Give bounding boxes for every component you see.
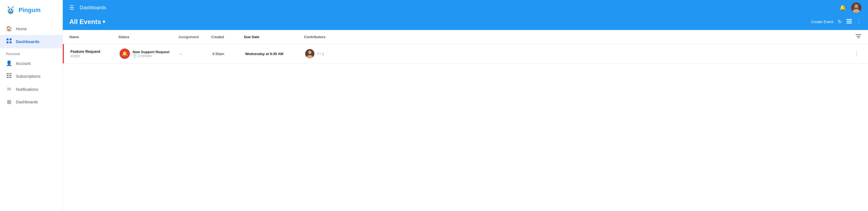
list-view-icon[interactable] [846, 18, 852, 26]
svg-rect-29 [846, 21, 852, 22]
table-header: Name Status Assignment Created Due Date … [63, 30, 868, 44]
subscriptions-icon [6, 73, 12, 80]
header-title: Dashboards [80, 5, 835, 11]
content-area: Name Status Assignment Created Due Date … [63, 30, 868, 211]
row-contributors-cell: 🏷 1 [305, 49, 851, 58]
status-name-label: New Support Request [133, 50, 169, 54]
table-wrapper: Name Status Assignment Created Due Date … [63, 30, 868, 64]
svg-rect-30 [846, 23, 852, 24]
status-bell-icon: 🔔 [120, 48, 130, 59]
tag-icon: 🏷 [317, 51, 321, 56]
svg-rect-19 [6, 75, 9, 76]
col-header-name: Name [69, 35, 119, 39]
svg-point-26 [855, 6, 856, 6]
table-row[interactable]: Feature Request #1009 🔔 New Support Requ… [63, 44, 868, 64]
sidebar-item-subscriptions-label: Subscriptions [16, 74, 40, 78]
personal-section-label: Personal [0, 48, 63, 57]
svg-point-35 [308, 51, 311, 54]
dashboards2-icon: ▦ [6, 99, 12, 105]
row-feature-request: Feature Request [70, 49, 120, 54]
all-events-label: All Events [69, 18, 101, 26]
filter-icon[interactable] [856, 34, 862, 40]
all-events-button[interactable]: All Events ▾ [69, 18, 105, 26]
svg-point-9 [12, 9, 12, 9]
clock-icon: 🕐 [133, 54, 137, 58]
sidebar-navigation: 🏠 Home Dashboards Personal 👤 Account [0, 20, 63, 211]
svg-rect-15 [6, 41, 8, 43]
sidebar-item-home[interactable]: 🏠 Home [0, 22, 63, 35]
svg-point-11 [9, 13, 11, 14]
col-header-assignment: Assignment [179, 35, 211, 39]
col-header-contributors: Contributors [304, 35, 856, 39]
row-status-cell: 🔔 New Support Request 🕐 2 minutes [120, 48, 180, 59]
col-header-status: Status [119, 35, 179, 39]
sidebar-item-notifications-label: Notifications [16, 87, 38, 92]
svg-point-27 [857, 6, 858, 6]
svg-rect-14 [9, 38, 11, 40]
row-duedate-cell: Wednesday at 9:30 AM [245, 52, 305, 56]
svg-point-7 [11, 9, 12, 10]
create-event-button[interactable]: Create Event [811, 20, 833, 24]
sidebar-item-home-label: Home [16, 27, 27, 31]
top-header: ☰ Dashboards 🔔 [63, 0, 868, 15]
sub-header: All Events ▾ Create Event ↻ ⋮ [63, 15, 868, 30]
svg-rect-21 [6, 77, 9, 78]
sidebar-item-dashboards[interactable]: Dashboards [0, 35, 63, 48]
home-icon: 🏠 [6, 26, 12, 32]
main-content: ☰ Dashboards 🔔 All Events [63, 0, 868, 211]
dashboards-icon [6, 38, 12, 45]
sidebar-item-subscriptions[interactable]: Subscriptions [0, 70, 63, 83]
sidebar-item-account-label: Account [16, 61, 31, 66]
row-name-cell: Feature Request #1009 [70, 49, 120, 58]
svg-point-12 [11, 13, 12, 14]
contributor-count: 🏷 1 [317, 51, 324, 56]
sidebar-item-dashboards2[interactable]: ▦ Dashboards [0, 96, 63, 108]
contributor-avatar [305, 49, 314, 58]
col-header-created: Created [211, 35, 244, 39]
svg-rect-20 [9, 75, 11, 76]
svg-rect-16 [9, 41, 11, 43]
row-created-cell: 9:30am [212, 52, 245, 56]
status-time-label: 🕐 2 minutes [133, 54, 169, 58]
svg-point-6 [9, 9, 10, 10]
row-id: #1009 [70, 54, 120, 58]
logo-area: Pingum [0, 0, 63, 20]
svg-marker-2 [12, 6, 14, 8]
sidebar-item-dashboards2-label: Dashboards [16, 100, 38, 104]
notifications-icon: ✉ [6, 86, 12, 92]
row-assignment-cell: – [180, 52, 212, 56]
pingum-logo-icon [5, 5, 16, 15]
menu-icon[interactable]: ☰ [69, 4, 74, 11]
col-header-duedate: Due Date [244, 35, 304, 39]
sub-header-right: Create Event ↻ ⋮ [811, 18, 862, 26]
refresh-icon[interactable]: ↻ [838, 19, 842, 25]
svg-rect-17 [6, 73, 9, 74]
chevron-down-icon: ▾ [103, 19, 105, 25]
header-actions: 🔔 [839, 2, 862, 13]
svg-point-8 [9, 9, 10, 9]
account-icon: 👤 [6, 60, 12, 66]
row-more-button[interactable]: ⋮ [851, 49, 862, 58]
svg-rect-28 [846, 19, 852, 20]
svg-rect-18 [9, 73, 11, 74]
sidebar-item-notifications[interactable]: ✉ Notifications [0, 83, 63, 96]
svg-rect-13 [6, 38, 8, 40]
notifications-bell-icon[interactable]: 🔔 [839, 4, 846, 11]
user-avatar[interactable] [851, 2, 862, 13]
brand-name: Pingum [19, 6, 41, 14]
sidebar-item-dashboards-label: Dashboards [16, 39, 39, 44]
svg-marker-1 [8, 6, 9, 8]
sidebar: Pingum 🏠 Home Dashboards Personal 👤 Acco… [0, 0, 63, 211]
svg-rect-22 [9, 77, 11, 78]
more-options-icon[interactable]: ⋮ [857, 19, 862, 25]
sidebar-item-account[interactable]: 👤 Account [0, 57, 63, 70]
